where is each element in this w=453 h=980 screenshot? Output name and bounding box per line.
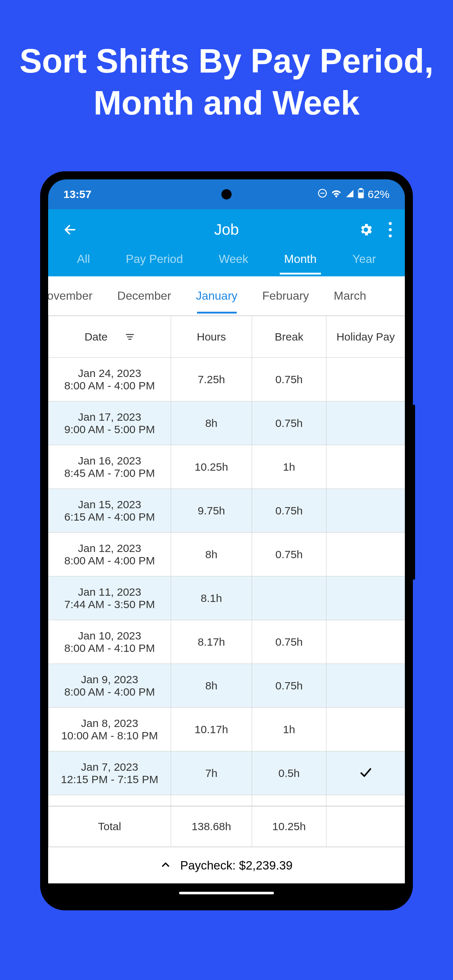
table-row[interactable]: Jan 11, 20237:44 AM - 3:50 PM8.1h [48, 576, 405, 620]
cell-date: Jan 24, 20238:00 AM - 4:00 PM [48, 358, 171, 401]
totals-hours: 138.68h [171, 806, 252, 847]
paycheck-label: Paycheck: $2,239.39 [180, 859, 292, 872]
status-bar: 13:57 62% [48, 180, 405, 209]
col-header-holiday[interactable]: Holiday Pay [327, 316, 405, 358]
cell-date: Jan 10, 20238:00 AM - 4:10 PM [48, 620, 171, 664]
wifi-icon [331, 188, 342, 200]
cell-holiday [327, 489, 405, 533]
period-tabs: AllPay PeriodWeekMonthYear [48, 250, 405, 276]
camera-hole [222, 189, 231, 199]
cell-date: Jan 11, 20237:44 AM - 3:50 PM [48, 576, 171, 620]
tab-pay-period[interactable]: Pay Period [121, 250, 187, 275]
cell-break: 0.75h [252, 533, 327, 576]
table-row-partial[interactable] [48, 795, 405, 806]
cell-holiday [327, 401, 405, 445]
cell-hours: 10.17h [171, 708, 252, 751]
table-row[interactable]: Jan 12, 20238:00 AM - 4:00 PM8h0.75h [48, 533, 405, 576]
cell-holiday [327, 708, 405, 751]
totals-label: Total [48, 806, 171, 847]
totals-break: 10.25h [252, 806, 327, 847]
cell-date: Jan 15, 20236:15 AM - 4:00 PM [48, 489, 171, 533]
cell-holiday [327, 533, 405, 576]
table-row[interactable]: Jan 10, 20238:00 AM - 4:10 PM8.17h0.75h [48, 620, 405, 664]
col-header-hours[interactable]: Hours [171, 316, 252, 358]
tab-year[interactable]: Year [348, 250, 380, 275]
cell-break: 1h [252, 708, 327, 751]
month-tabs: NovemberDecemberJanuaryFebruaryMarch [48, 276, 405, 316]
cell-date: Jan 9, 20238:00 AM - 4:00 PM [48, 664, 171, 708]
table-row[interactable]: Jan 24, 20238:00 AM - 4:00 PM7.25h0.75h [48, 358, 405, 401]
cell-hours: 8h [171, 401, 252, 445]
dnd-icon [318, 188, 327, 200]
app-bar: Job AllPay PeriodWeekMonthYear [48, 209, 405, 276]
system-nav-bar[interactable] [48, 883, 405, 902]
cell-holiday [327, 751, 405, 795]
cell-hours: 10.25h [171, 445, 252, 489]
battery-pct: 62% [368, 188, 389, 200]
cell-holiday [327, 620, 405, 664]
table-row[interactable]: Jan 8, 202310:00 AM - 8:10 PM10.17h1h [48, 708, 405, 751]
cell-break: 0.75h [252, 401, 327, 445]
cell-date: Jan 8, 202310:00 AM - 8:10 PM [48, 708, 171, 751]
cell-hours: 8.1h [171, 576, 252, 620]
cell-holiday [327, 445, 405, 489]
overflow-menu-button[interactable] [387, 222, 394, 237]
signal-icon [345, 188, 354, 200]
month-tab-march[interactable]: March [321, 278, 379, 313]
cell-date: Jan 16, 20238:45 AM - 7:00 PM [48, 445, 171, 489]
cell-date: Jan 12, 20238:00 AM - 4:00 PM [48, 533, 171, 576]
tab-month[interactable]: Month [280, 250, 321, 275]
cell-holiday [327, 358, 405, 401]
paycheck-bar[interactable]: Paycheck: $2,239.39 [48, 847, 405, 883]
cell-hours: 8.17h [171, 620, 252, 664]
month-tab-december[interactable]: December [105, 278, 184, 313]
cell-date: Jan 17, 20239:00 AM - 5:00 PM [48, 401, 171, 445]
col-header-break[interactable]: Break [252, 316, 327, 358]
nav-handle[interactable] [179, 892, 274, 894]
svg-rect-3 [360, 188, 362, 189]
cell-break: 0.75h [252, 620, 327, 664]
svg-rect-4 [359, 192, 363, 197]
cell-hours: 7h [171, 751, 252, 795]
totals-row: Total 138.68h 10.25h [48, 806, 405, 847]
tab-all[interactable]: All [73, 250, 94, 275]
cell-holiday [327, 664, 405, 708]
cell-date: Jan 7, 202312:15 PM - 7:15 PM [48, 751, 171, 795]
back-button[interactable] [59, 219, 81, 240]
cell-break [252, 576, 327, 620]
battery-icon [358, 188, 364, 201]
cell-hours: 8h [171, 664, 252, 708]
month-tab-november[interactable]: November [48, 278, 105, 313]
table-header-row: Date Hours Break Holiday Pay [48, 316, 405, 358]
phone-frame: 13:57 62% [40, 171, 413, 910]
table-row[interactable]: Jan 9, 20238:00 AM - 4:00 PM8h0.75h [48, 664, 405, 708]
chevron-up-icon [161, 859, 171, 872]
cell-break: 0.75h [252, 664, 327, 708]
shifts-table: Date Hours Break Holiday Pay Jan 24, 202… [48, 316, 405, 847]
month-tab-january[interactable]: January [183, 278, 250, 313]
cell-break: 0.75h [252, 489, 327, 533]
col-header-date-label: Date [85, 331, 108, 343]
cell-break: 1h [252, 445, 327, 489]
promo-headline: Sort Shifts By Pay Period, Month and Wee… [0, 0, 453, 124]
cell-break: 0.5h [252, 751, 327, 795]
tab-week[interactable]: Week [214, 250, 253, 275]
cell-holiday [327, 576, 405, 620]
sort-icon[interactable] [125, 331, 135, 343]
table-row[interactable]: Jan 15, 20236:15 AM - 4:00 PM9.75h0.75h [48, 489, 405, 533]
phone-side-button [413, 405, 415, 580]
table-row[interactable]: Jan 17, 20239:00 AM - 5:00 PM8h0.75h [48, 401, 405, 445]
col-header-date[interactable]: Date [48, 316, 171, 358]
page-title: Job [214, 221, 239, 239]
cell-break: 0.75h [252, 358, 327, 401]
month-tab-february[interactable]: February [250, 278, 321, 313]
status-time: 13:57 [64, 188, 91, 200]
check-icon [360, 765, 372, 781]
table-row[interactable]: Jan 7, 202312:15 PM - 7:15 PM7h0.5h [48, 751, 405, 795]
settings-button[interactable] [358, 222, 373, 237]
cell-hours: 8h [171, 533, 252, 576]
table-row[interactable]: Jan 16, 20238:45 AM - 7:00 PM10.25h1h [48, 445, 405, 489]
cell-hours: 7.25h [171, 358, 252, 401]
cell-hours: 9.75h [171, 489, 252, 533]
